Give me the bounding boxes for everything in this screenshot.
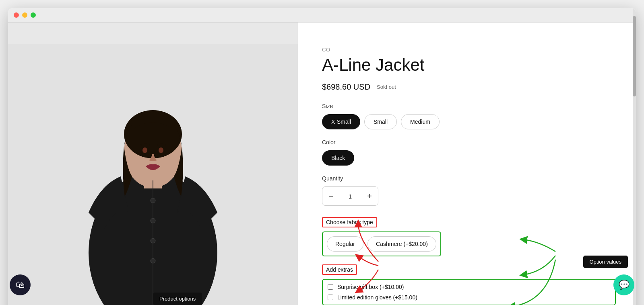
minimize-button[interactable] [22,12,27,18]
fabric-label: Choose fabric type [322,217,377,227]
extras-gloves-label: Limited edition gloves (+$15.00) [337,294,417,301]
product-image-area: Product options [8,23,298,305]
size-label: Size [322,103,616,109]
option-values-tooltip: Option values [583,256,628,268]
sold-out-badge: Sold out [377,84,396,90]
price: $698.60 USD [322,82,370,92]
color-black[interactable]: Black [322,150,354,166]
quantity-control: − 1 + [322,186,378,206]
size-small[interactable]: Small [364,114,397,129]
size-section: Size X-Small Small Medium [322,103,616,129]
extras-gloves-checkbox[interactable] [328,295,333,300]
product-title: A-Line Jacket [322,56,616,74]
product-details: CO A-Line Jacket $698.60 USD Sold out Si… [298,23,636,305]
extras-gift-box-label: Surprise gift box (+$10.00) [337,284,404,290]
fabric-regular[interactable]: Regular [327,236,363,252]
fabric-cashmere[interactable]: Cashmere (+$20.00) [367,236,436,252]
extras-section: Add extras Surprise gift box (+$10.00) L… [322,264,616,305]
main-content: Product options CO A-Line Jacket $698.60… [8,23,636,305]
extras-options: Surprise gift box (+$10.00) Limited edit… [322,279,616,305]
color-label: Color [322,139,616,145]
price-row: $698.60 USD Sold out [322,82,616,92]
svg-point-7 [151,218,155,223]
extras-gift-box[interactable]: Surprise gift box (+$10.00) [328,284,610,290]
quantity-increase[interactable]: + [361,187,378,205]
fabric-options: Regular Cashmere (+$20.00) [322,231,441,256]
svg-point-10 [142,147,147,153]
brand-label: CO [322,47,616,53]
size-medium[interactable]: Medium [401,114,440,129]
quantity-value: 1 [339,193,361,200]
shopify-bag-icon: 🛍 [16,280,25,290]
quantity-decrease[interactable]: − [322,187,339,205]
fabric-section: Choose fabric type Regular Cashmere (+$2… [322,217,616,256]
size-buttons: X-Small Small Medium [322,114,616,129]
svg-point-11 [159,147,163,153]
scrollbar[interactable] [633,23,636,305]
title-bar [8,8,636,23]
size-xsmall[interactable]: X-Small [322,114,360,129]
extras-gift-box-checkbox[interactable] [328,284,333,290]
maximize-button[interactable] [31,12,36,18]
color-section: Color Black [322,139,616,166]
scrollbar-thumb[interactable] [633,23,636,96]
quantity-label: Quantity [322,175,616,182]
browser-window: Product options CO A-Line Jacket $698.60… [8,8,636,305]
svg-point-8 [151,238,155,243]
option-values-label: Option values [590,259,622,265]
product-image [8,44,298,305]
chat-button[interactable]: 💬 [613,274,634,295]
svg-point-6 [151,198,155,203]
shopify-icon[interactable]: 🛍 [10,274,31,295]
extras-gloves[interactable]: Limited edition gloves (+$15.00) [328,294,610,301]
close-button[interactable] [14,12,19,18]
extras-label: Add extras [322,264,357,275]
chat-icon: 💬 [619,280,630,290]
tooltip-label: Product options [153,293,202,305]
quantity-section: Quantity − 1 + [322,175,616,206]
svg-point-9 [151,258,155,263]
